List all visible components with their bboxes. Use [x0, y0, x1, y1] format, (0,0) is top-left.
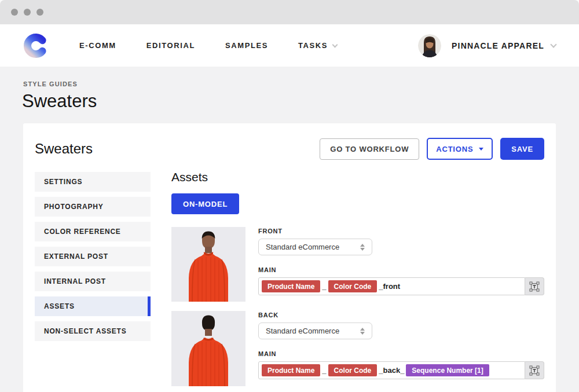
sidebar-item-photography[interactable]: PHOTOGRAPHY [35, 197, 151, 217]
app-window: E-COMM EDITORIAL SAMPLES TASKS [0, 0, 579, 392]
breadcrumb: STYLE GUIDES [23, 67, 556, 87]
sidebar-item-label: EXTERNAL POST [44, 252, 108, 261]
sidebar-item-non-select-assets[interactable]: NON-SELECT ASSETS [35, 321, 151, 341]
asset-thumbnail-front[interactable] [171, 227, 245, 302]
view-label: FRONT [258, 228, 544, 235]
nav-item-label: TASKS [298, 41, 328, 50]
user-avatar[interactable] [418, 34, 441, 57]
nav-item-label: EDITORIAL [146, 41, 195, 50]
chevron-down-icon [332, 42, 338, 47]
filename-pattern-input[interactable]: Product Name _ Color Code _front [258, 277, 525, 295]
card-title: Sweaters [35, 141, 93, 157]
nav-item-samples[interactable]: SAMPLES [225, 41, 268, 50]
sidebar-item-label: SETTINGS [44, 178, 82, 186]
filename-input-row: Product Name _ Color Code _front [258, 277, 544, 295]
asset-fields: BACK Standard eCommerce MAIN Product [258, 311, 544, 386]
asset-row-front: FRONT Standard eCommerce MAIN Product [171, 227, 544, 302]
caret-down-icon [479, 148, 483, 151]
sidebar-item-color-reference[interactable]: COLOR REFERENCE [35, 222, 151, 241]
save-button[interactable]: SAVE [500, 138, 544, 160]
sidebar-item-external-post[interactable]: EXTERNAL POST [35, 247, 151, 266]
actions-label: ACTIONS [436, 145, 473, 153]
header-buttons: GO TO WORKFLOW ACTIONS SAVE [320, 138, 544, 160]
brand-logo-icon[interactable] [23, 33, 49, 58]
card-body: SETTINGS PHOTOGRAPHY COLOR REFERENCE EXT… [35, 172, 544, 392]
preset-select-value: Standard eCommerce [266, 243, 339, 251]
filename-token[interactable]: Color Code [328, 364, 378, 376]
filename-token[interactable]: Product Name [262, 280, 320, 292]
nav-item-tasks[interactable]: TASKS [298, 41, 337, 50]
view-label: BACK [258, 312, 544, 318]
insert-token-button[interactable] [525, 361, 544, 379]
filename-separator: _front [379, 282, 400, 291]
asset-thumbnail-back[interactable] [171, 311, 245, 386]
sidebar-item-label: ASSETS [44, 302, 75, 310]
nav-item-label: E-COMM [79, 41, 116, 50]
filename-separator: _ [322, 282, 326, 291]
preset-select-value: Standard eCommerce [266, 327, 339, 335]
window-control-dot[interactable] [11, 9, 18, 16]
nav-item-label: SAMPLES [225, 41, 268, 50]
sidebar-item-label: COLOR REFERENCE [44, 228, 121, 236]
nav-item-ecomm[interactable]: E-COMM [79, 41, 116, 50]
filename-token[interactable]: Product Name [262, 364, 320, 376]
style-guide-sidebar: SETTINGS PHOTOGRAPHY COLOR REFERENCE EXT… [35, 172, 151, 392]
select-stepper-icon [360, 244, 365, 251]
assets-heading: Assets [171, 170, 544, 184]
sidebar-item-settings[interactable]: SETTINGS [35, 172, 151, 192]
window-titlebar [0, 0, 579, 24]
go-to-workflow-button[interactable]: GO TO WORKFLOW [320, 138, 419, 160]
assets-panel: Assets ON-MODEL [171, 172, 544, 392]
page-title: Sweaters [22, 91, 556, 112]
filename-input-row: Product Name _ Color Code _back_ Sequenc… [258, 361, 544, 379]
insert-token-button[interactable] [525, 277, 544, 295]
chevron-down-icon [550, 41, 556, 47]
filename-pattern-input[interactable]: Product Name _ Color Code _back_ Sequenc… [258, 361, 525, 379]
filename-token[interactable]: Color Code [328, 280, 378, 292]
account-menu[interactable]: PINNACLE APPAREL [418, 34, 556, 57]
filename-separator: _back_ [379, 366, 404, 375]
on-model-tab[interactable]: ON-MODEL [171, 193, 239, 214]
sidebar-item-label: PHOTOGRAPHY [44, 203, 104, 211]
filename-token[interactable]: Sequence Number [1] [406, 364, 489, 376]
account-name: PINNACLE APPAREL [452, 41, 544, 50]
select-stepper-icon [360, 328, 365, 335]
top-navbar: E-COMM EDITORIAL SAMPLES TASKS [0, 24, 579, 67]
sidebar-item-label: INTERNAL POST [44, 277, 106, 285]
field-label: MAIN [258, 350, 544, 357]
window-control-dot[interactable] [24, 9, 31, 16]
filename-separator: _ [322, 366, 326, 375]
sidebar-item-assets[interactable]: ASSETS [35, 296, 151, 316]
asset-row-back: BACK Standard eCommerce MAIN Product [171, 311, 544, 386]
preset-select[interactable]: Standard eCommerce [258, 323, 372, 339]
card-header: Sweaters GO TO WORKFLOW ACTIONS SAVE [35, 138, 544, 160]
preset-select[interactable]: Standard eCommerce [258, 239, 372, 255]
sidebar-item-internal-post[interactable]: INTERNAL POST [35, 272, 151, 291]
window-control-dot[interactable] [36, 9, 43, 16]
style-guide-card: Sweaters GO TO WORKFLOW ACTIONS SAVE SET… [23, 123, 556, 392]
text-frame-icon [529, 365, 540, 376]
text-frame-icon [529, 281, 540, 292]
sidebar-item-label: NON-SELECT ASSETS [44, 327, 127, 335]
asset-fields: FRONT Standard eCommerce MAIN Product [258, 227, 544, 302]
actions-dropdown-button[interactable]: ACTIONS [427, 138, 493, 160]
page-body: STYLE GUIDES Sweaters Sweaters GO TO WOR… [0, 67, 579, 392]
field-label: MAIN [258, 266, 544, 273]
nav-item-editorial[interactable]: EDITORIAL [146, 41, 195, 50]
